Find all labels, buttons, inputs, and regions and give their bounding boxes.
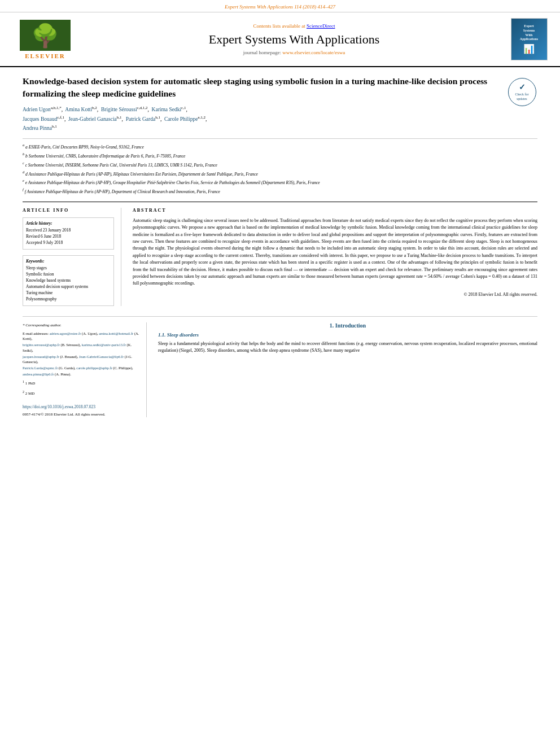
paper-title: Knowledge-based decision system for auto… — [23, 75, 498, 99]
corresponding-author-note: * Corresponding author. — [23, 322, 139, 329]
check-badge-box: ✓ Check for updates — [508, 78, 536, 106]
journal-logo-box: ExpertSystemsWithApplications 📊 — [511, 18, 548, 60]
bottom-section: * Corresponding author. E-mail addresses… — [23, 316, 537, 418]
affiliation-e: e e Assistance Publique-Hôpitaux de Pari… — [23, 178, 537, 186]
author-bouaud[interactable]: Jacques Bouaud — [23, 116, 57, 122]
journal-center: Contents lists available at ScienceDirec… — [85, 18, 504, 60]
affiliation-c: c c Sorbonne Université, INSERM, Sorbonn… — [23, 160, 537, 168]
copyright-line: © 2018 Elsevier Ltd. All rights reserved… — [133, 292, 537, 297]
left-column: ARTICLE INFO Article history: Received 2… — [23, 208, 121, 306]
doi-section: https://doi.org/10.1016/j.eswa.2018.07.0… — [23, 404, 139, 418]
author-philippe[interactable]: Carole Philippe — [164, 116, 198, 122]
section-title-introduction: 1. Introduction — [158, 322, 537, 329]
keyword-2: Symbolic fusion — [26, 272, 111, 277]
authors-line: Adrien Ugona,b,1,*, Amina Kottib,2, Brig… — [23, 105, 498, 133]
check-for-updates-badge: ✓ Check for updates — [506, 75, 537, 133]
doi-link[interactable]: https://doi.org/10.1016/j.eswa.2018.07.0… — [23, 404, 95, 409]
abstract-title: ABSTRACT — [133, 208, 537, 213]
journal-citation: Expert Systems With Applications 114 (20… — [0, 0, 560, 12]
keyword-5: Turing machine — [26, 290, 111, 295]
email-garda: Patrick.Garda@upmc.fr (G. Garda), carole… — [23, 365, 139, 370]
affiliation-b: b b Sorbonne Université, CNRS, Laboratoi… — [23, 151, 537, 159]
affiliations: a a ESIEE-Paris, Cité Descartes BP99, No… — [23, 138, 537, 195]
abstract-text: Automatic sleep staging is challenging s… — [133, 217, 537, 287]
paper-title-text: Knowledge-based decision system for auto… — [23, 75, 498, 133]
received-date: Received 23 January 2018 — [26, 228, 111, 233]
author-garda[interactable]: Patrick Garda — [126, 116, 156, 122]
author-seroussi[interactable]: Brigitte Séroussi — [101, 107, 137, 113]
footnotes-column: * Corresponding author. E-mail addresses… — [23, 322, 147, 418]
email-kotti[interactable]: amina.kotti@hotmail.fr — [99, 331, 133, 335]
author-sedki[interactable]: Karima Sedki — [152, 107, 182, 113]
accepted-date: Accepted 9 July 2018 — [26, 240, 111, 245]
check-mark-icon: ✓ — [519, 82, 526, 93]
main-content: Knowledge-based decision system for auto… — [0, 67, 560, 423]
email-ugon[interactable]: adrien.ugon@esiee.fr — [50, 331, 81, 335]
journal-title: Expert Systems With Applications — [85, 32, 504, 47]
journal-logo-right: ExpertSystemsWithApplications 📊 — [509, 18, 549, 60]
phd-note-1: 1 1 PhD — [23, 379, 139, 387]
author-ugon[interactable]: Adrien Ugon — [23, 107, 51, 113]
science-direct-link: Contents lists available at ScienceDirec… — [85, 23, 504, 29]
phd-note-2: 2 2 MD — [23, 390, 139, 397]
article-history-box: Article history: Received 23 January 201… — [23, 217, 114, 250]
journal-header: ELSEVIER Contents lists available at Sci… — [0, 12, 560, 67]
email-pinna: andrea.pinna@lip6.fr (A. Pinna). — [23, 372, 139, 377]
affiliation-d: d d Assistance Publique-Hôpitaux de Pari… — [23, 169, 537, 177]
keywords-title: Keywords: — [26, 259, 111, 264]
two-column-layout: ARTICLE INFO Article history: Received 2… — [23, 202, 537, 306]
introduction-text: Sleep is a fundamental physiological act… — [158, 340, 537, 355]
introduction-column: 1. Introduction 1.1. Sleep disorders Sle… — [158, 322, 537, 418]
elsevier-brand: ELSEVIER — [25, 53, 65, 59]
email-seroussi: brigitte.seroussi@aphp.fr (B. Séroussi),… — [23, 342, 139, 352]
author-ganascia[interactable]: Jean-Gabriel Ganascia — [68, 116, 117, 122]
keyword-1: Sleep stages — [26, 265, 111, 270]
keyword-6: Polysomnography — [26, 296, 111, 302]
elsevier-logo: ELSEVIER — [11, 18, 79, 60]
elsevier-tree-image — [20, 20, 71, 51]
science-direct-anchor[interactable]: ScienceDirect — [307, 23, 335, 29]
keyword-3: Knowledge based systems — [26, 278, 111, 283]
article-history-title: Article history: — [26, 221, 111, 226]
issn-line: 0957-4174/© 2018 Elsevier Ltd. All right… — [23, 412, 139, 418]
keywords-box: Keywords: Sleep stages Symbolic fusion K… — [23, 255, 114, 306]
right-column: ABSTRACT Automatic sleep staging is chal… — [133, 208, 537, 306]
email-label: E-mail addresses: adrien.ugon@esiee.fr (… — [23, 331, 139, 341]
journal-homepage: journal homepage: www.elsevier.com/locat… — [85, 50, 504, 55]
revised-date: Revised 6 June 2018 — [26, 234, 111, 239]
author-kotti[interactable]: Amina Kotti — [65, 107, 92, 113]
article-info-title: ARTICLE INFO — [23, 208, 114, 213]
email-bouaud: jacques.bouaud@aphp.fr (J. Bouaud), Jean… — [23, 354, 139, 364]
subsection-title-sleep-disorders: 1.1. Sleep disorders — [158, 332, 537, 338]
affiliation-a: a a ESIEE-Paris, Cité Descartes BP99, No… — [23, 142, 537, 150]
journal-url[interactable]: www.elsevier.com/locate/eswa — [282, 50, 345, 55]
affiliation-f: f f Assistance Publique-Hôpitaux de Pari… — [23, 187, 537, 195]
paper-title-section: Knowledge-based decision system for auto… — [23, 75, 537, 133]
author-pinna[interactable]: Andrea Pinna — [23, 125, 52, 131]
keyword-4: Automated decision support systems — [26, 284, 111, 289]
